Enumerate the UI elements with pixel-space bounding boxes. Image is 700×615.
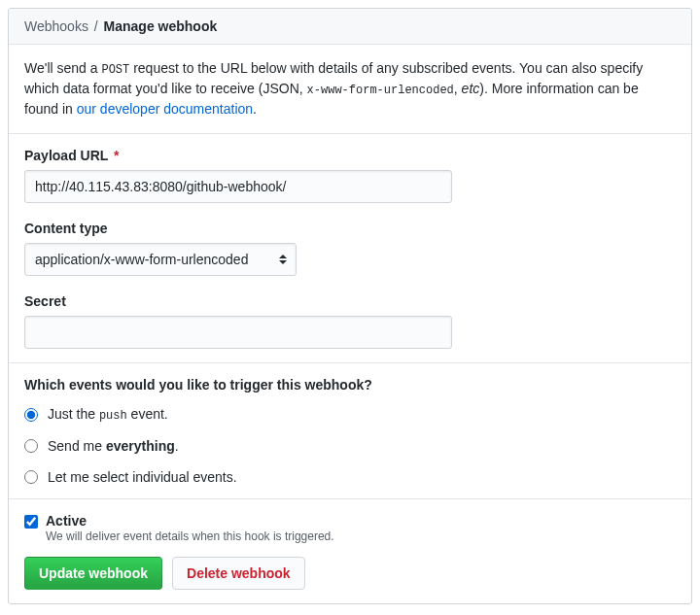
event-option-push[interactable]: Just the push event. [24, 406, 676, 423]
fields-section: Payload URL * Content type application/x… [9, 134, 691, 363]
footer-section: Active We will deliver event details whe… [9, 499, 691, 603]
active-label: Active [46, 513, 334, 529]
payload-url-group: Payload URL * [24, 148, 676, 203]
event-radio-push[interactable] [24, 408, 38, 422]
breadcrumb-parent[interactable]: Webhooks [24, 18, 88, 34]
payload-url-label: Payload URL * [24, 148, 676, 163]
breadcrumb-current: Manage webhook [104, 18, 218, 34]
event-label-everything: Send me everything. [48, 438, 179, 454]
events-section: Which events would you like to trigger t… [9, 363, 691, 499]
urlencoded-code: x-www-form-urlencoded [307, 84, 454, 97]
button-row: Update webhook Delete webhook [24, 557, 676, 590]
webhook-settings-panel: Webhooks / Manage webhook We'll send a P… [8, 8, 692, 604]
breadcrumb: Webhooks / Manage webhook [9, 9, 691, 45]
required-asterisk: * [114, 148, 119, 163]
events-title: Which events would you like to trigger t… [24, 377, 676, 393]
content-type-group: Content type application/x-www-form-urle… [24, 221, 676, 276]
docs-link[interactable]: our developer documentation [77, 101, 253, 117]
event-label-individual: Let me select individual events. [48, 469, 237, 485]
intro-text: We'll send a POST request to the URL bel… [24, 58, 676, 120]
secret-label: Secret [24, 293, 676, 309]
content-type-label: Content type [24, 221, 676, 236]
event-label-push: Just the push event. [48, 406, 168, 423]
active-checkbox[interactable] [24, 515, 38, 529]
event-option-individual[interactable]: Let me select individual events. [24, 469, 676, 485]
payload-url-input[interactable] [24, 170, 452, 203]
active-note: We will deliver event details when this … [46, 530, 334, 543]
event-radio-everything[interactable] [24, 439, 38, 453]
update-webhook-button[interactable]: Update webhook [24, 557, 162, 590]
intro-section: We'll send a POST request to the URL bel… [9, 45, 691, 134]
event-option-everything[interactable]: Send me everything. [24, 438, 676, 454]
breadcrumb-separator: / [94, 18, 98, 34]
active-row[interactable]: Active We will deliver event details whe… [24, 513, 676, 543]
secret-input[interactable] [24, 316, 452, 349]
secret-group: Secret [24, 293, 676, 349]
event-radio-individual[interactable] [24, 470, 38, 484]
content-type-select[interactable]: application/x-www-form-urlencoded [24, 243, 297, 276]
delete-webhook-button[interactable]: Delete webhook [172, 557, 305, 590]
post-code: POST [101, 63, 129, 77]
